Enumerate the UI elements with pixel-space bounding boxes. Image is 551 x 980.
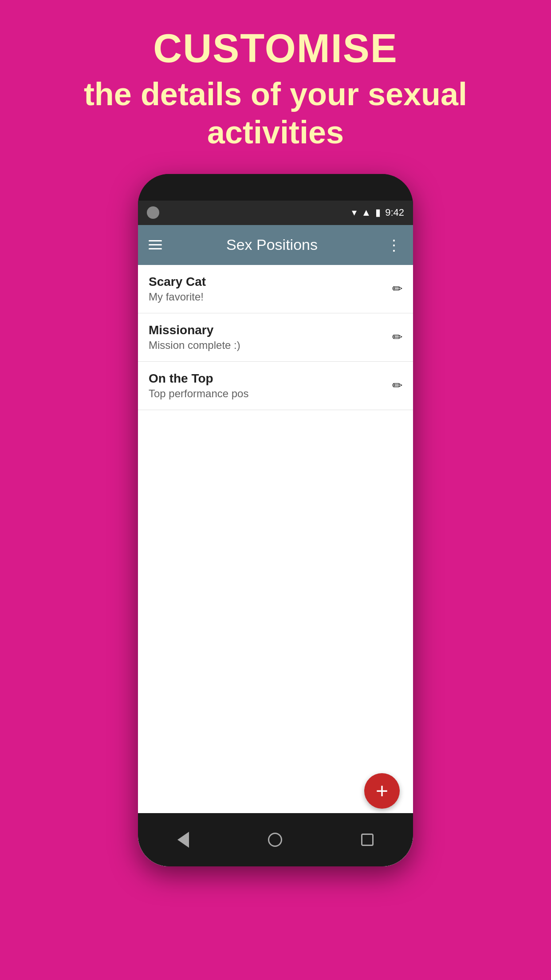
edit-button-2[interactable]: ✏ — [392, 378, 402, 393]
more-options-button[interactable]: ⋮ — [386, 236, 402, 254]
back-button[interactable] — [177, 832, 189, 848]
home-button[interactable] — [268, 833, 282, 847]
wifi-icon: ▾ — [352, 207, 357, 218]
phone-wrapper: ▾ ▲ ▮ 9:42 Sex Positions ⋮ Scary Cat My … — [138, 174, 413, 866]
list-item-subtitle: Mission complete :) — [149, 339, 240, 352]
signal-icon: ▲ — [361, 207, 371, 218]
hamburger-line-2 — [149, 244, 162, 245]
status-left — [147, 206, 159, 219]
list-item[interactable]: On the Top Top performance pos ✏ — [138, 362, 413, 410]
list-item-text: Missionary Mission complete :) — [149, 323, 240, 352]
hamburger-line-3 — [149, 248, 162, 249]
list-item-text: Scary Cat My favorite! — [149, 275, 206, 303]
app-bar: Sex Positions ⋮ — [138, 225, 413, 265]
list-item-text: On the Top Top performance pos — [149, 371, 248, 400]
list-item-title: Missionary — [149, 323, 240, 337]
phone-outer: ▾ ▲ ▮ 9:42 Sex Positions ⋮ Scary Cat My … — [138, 174, 413, 866]
back-icon — [177, 832, 189, 848]
recents-icon — [361, 834, 374, 846]
hamburger-line-1 — [149, 240, 162, 241]
list-item[interactable]: Missionary Mission complete :) ✏ — [138, 313, 413, 362]
list-item-title: On the Top — [149, 371, 248, 386]
recents-button[interactable] — [361, 834, 374, 846]
promo-headline: CUSTOMISE — [35, 27, 516, 71]
list-item-title: Scary Cat — [149, 275, 206, 289]
list-item[interactable]: Scary Cat My favorite! ✏ — [138, 265, 413, 313]
battery-icon: ▮ — [375, 207, 381, 218]
status-right: ▾ ▲ ▮ 9:42 — [352, 207, 404, 218]
add-button[interactable]: + — [364, 773, 400, 809]
edit-button-1[interactable]: ✏ — [392, 330, 402, 344]
list-item-subtitle: Top performance pos — [149, 387, 248, 400]
status-bar: ▾ ▲ ▮ 9:42 — [138, 201, 413, 225]
time-display: 9:42 — [385, 207, 404, 218]
promo-subheadline: the details of your sexual activities — [35, 75, 516, 152]
promo-section: CUSTOMISE the details of your sexual act… — [0, 0, 551, 170]
home-icon — [268, 833, 282, 847]
bottom-nav — [138, 813, 413, 866]
app-title: Sex Positions — [175, 236, 369, 253]
edit-button-0[interactable]: ✏ — [392, 281, 402, 296]
hamburger-button[interactable] — [149, 240, 162, 249]
add-icon: + — [376, 778, 388, 803]
signal-circle — [147, 206, 159, 219]
list-item-subtitle: My favorite! — [149, 291, 206, 303]
